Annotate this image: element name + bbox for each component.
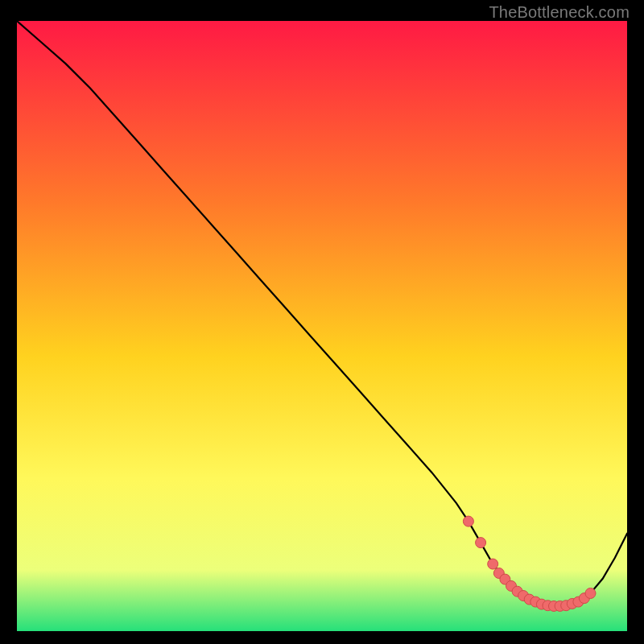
bottleneck-chart <box>17 21 627 631</box>
optimal-marker <box>585 588 596 599</box>
attribution-text: TheBottleneck.com <box>489 3 630 22</box>
optimal-marker <box>476 538 486 548</box>
chart-canvas <box>17 21 627 631</box>
optimal-marker <box>488 559 498 569</box>
gradient-background <box>17 21 627 631</box>
optimal-marker <box>463 516 473 526</box>
